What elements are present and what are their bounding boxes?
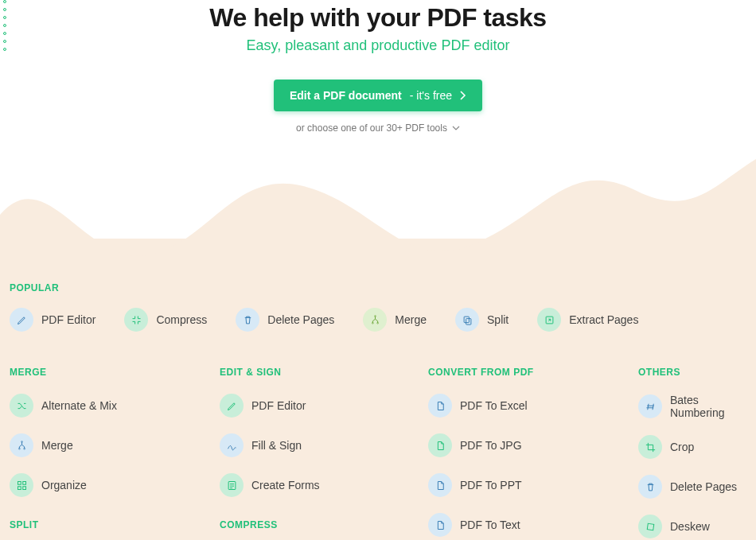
edit-pdf-cta-button[interactable]: Edit a PDF document - it's free bbox=[274, 80, 482, 111]
split-section-label: SPLIT bbox=[10, 519, 220, 530]
tool-merge[interactable]: Merge bbox=[10, 433, 220, 457]
tool-label: PDF To JPG bbox=[460, 439, 522, 452]
tool-label: PDF Editor bbox=[41, 313, 95, 326]
chevron-right-icon bbox=[460, 91, 466, 100]
tree-icon bbox=[363, 308, 387, 332]
tool-extract-pages[interactable]: Extract Pages bbox=[537, 308, 638, 332]
tool-label: Extract Pages bbox=[569, 313, 638, 326]
tool-label: Alternate & Mix bbox=[41, 399, 117, 412]
trash-icon bbox=[638, 475, 662, 499]
file-icon bbox=[428, 473, 452, 497]
others-column: OTHERS Bates NumberingCropDelete PagesDe… bbox=[638, 367, 746, 540]
pencil-icon bbox=[10, 308, 33, 332]
tool-deskew[interactable]: Deskew bbox=[638, 515, 746, 538]
tool-fill-sign[interactable]: Fill & Sign bbox=[220, 433, 428, 457]
trash-icon bbox=[236, 308, 259, 332]
deskew-icon bbox=[638, 515, 662, 538]
extract-icon bbox=[537, 308, 561, 332]
tool-label: Merge bbox=[41, 439, 73, 452]
tool-label: Create Forms bbox=[251, 479, 320, 491]
page-title: We help with your PDF tasks bbox=[0, 3, 756, 33]
file-icon bbox=[428, 513, 452, 537]
page-subtitle: Easy, pleasant and productive PDF editor bbox=[0, 37, 756, 54]
tool-crop[interactable]: Crop bbox=[638, 435, 746, 459]
crop-icon bbox=[638, 435, 662, 459]
choose-tool-link[interactable]: or choose one of our 30+ PDF tools bbox=[296, 122, 460, 134]
tool-pdf-to-ppt[interactable]: PDF To PPT bbox=[428, 473, 638, 497]
others-section-label: OTHERS bbox=[638, 367, 746, 378]
tool-pdf-to-jpg[interactable]: PDF To JPG bbox=[428, 433, 638, 457]
shuffle-icon bbox=[10, 394, 33, 418]
file-icon bbox=[428, 394, 452, 418]
pencil-icon bbox=[220, 394, 244, 418]
compress-section-label: COMPRESS bbox=[220, 519, 428, 530]
wave-decoration bbox=[0, 135, 756, 294]
tool-label: PDF To PPT bbox=[460, 479, 522, 491]
tool-organize[interactable]: Organize bbox=[10, 473, 220, 497]
tool-split[interactable]: Split bbox=[455, 308, 509, 332]
tool-label: Bates Numbering bbox=[670, 394, 746, 419]
tool-label: Delete Pages bbox=[267, 313, 334, 326]
tool-label: PDF Editor bbox=[251, 399, 306, 412]
tool-label: Deskew bbox=[670, 520, 710, 533]
tool-pdf-to-excel[interactable]: PDF To Excel bbox=[428, 394, 638, 418]
convert-from-section-label: CONVERT FROM PDF bbox=[428, 367, 638, 378]
convert-from-column: CONVERT FROM PDF PDF To ExcelPDF To JPGP… bbox=[428, 367, 638, 540]
tool-compress[interactable]: Compress bbox=[124, 308, 207, 332]
tool-label: PDF To Text bbox=[460, 519, 520, 531]
tool-alternate-mix[interactable]: Alternate & Mix bbox=[10, 394, 220, 418]
tool-pdf-editor[interactable]: PDF Editor bbox=[220, 394, 428, 418]
alt-link-label: or choose one of our 30+ PDF tools bbox=[296, 122, 447, 134]
tool-bates-numbering[interactable]: Bates Numbering bbox=[638, 394, 746, 419]
tool-label: Split bbox=[487, 313, 509, 326]
number-icon bbox=[638, 394, 662, 418]
tool-label: Fill & Sign bbox=[251, 439, 302, 452]
tool-label: Delete Pages bbox=[670, 480, 737, 493]
popular-section-label: POPULAR bbox=[10, 282, 746, 293]
tool-label: PDF To Excel bbox=[460, 399, 528, 412]
tool-pdf-to-text[interactable]: PDF To Text bbox=[428, 513, 638, 537]
tool-delete-pages[interactable]: Delete Pages bbox=[236, 308, 334, 332]
popular-tools-row: PDF EditorCompressDelete PagesMergeSplit… bbox=[10, 308, 746, 332]
tool-label: Compress bbox=[156, 313, 207, 326]
hero-section: We help with your PDF tasks Easy, pleasa… bbox=[0, 0, 756, 134]
tree-icon bbox=[10, 433, 33, 457]
form-icon bbox=[220, 473, 244, 497]
merge-section-label: MERGE bbox=[10, 367, 220, 378]
grid-icon bbox=[10, 473, 33, 497]
edit-compress-column: EDIT & SIGN PDF EditorFill & SignCreate … bbox=[220, 367, 428, 540]
tool-delete-pages[interactable]: Delete Pages bbox=[638, 475, 746, 499]
merge-split-column: MERGE Alternate & MixMergeOrganize SPLIT… bbox=[10, 367, 220, 540]
tool-pdf-editor[interactable]: PDF Editor bbox=[10, 308, 95, 332]
tool-label: Organize bbox=[41, 479, 87, 491]
copy-icon bbox=[455, 308, 479, 332]
cta-label-suffix: - it's free bbox=[410, 89, 452, 102]
tool-create-forms[interactable]: Create Forms bbox=[220, 473, 428, 497]
file-icon bbox=[428, 433, 452, 457]
cta-label-bold: Edit a PDF document bbox=[290, 89, 402, 102]
compress-icon bbox=[124, 308, 148, 332]
chevron-down-icon bbox=[452, 126, 460, 130]
tool-label: Crop bbox=[670, 441, 694, 453]
sign-icon bbox=[220, 433, 244, 457]
edit-sign-section-label: EDIT & SIGN bbox=[220, 367, 428, 378]
tool-merge[interactable]: Merge bbox=[363, 308, 427, 332]
tool-label: Merge bbox=[395, 313, 427, 326]
